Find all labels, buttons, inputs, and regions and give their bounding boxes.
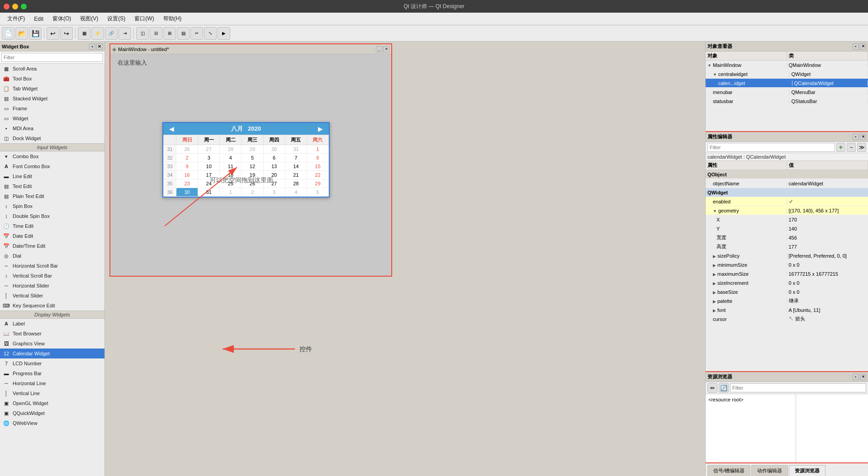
cal-day-sep2[interactable]: 2 [242, 188, 263, 197]
prop-add-btn[interactable]: + [836, 143, 845, 152]
tb-break-layout[interactable]: ✂ [190, 27, 203, 40]
widget-item-spin-box[interactable]: ↕ Spin Box [0, 201, 104, 211]
cal-day-aug23[interactable]: 23 [176, 179, 198, 188]
prop-row-minsize[interactable]: ▶minimumSize 0 x 0 [706, 260, 868, 269]
cal-day-jul31[interactable]: 31 [285, 145, 307, 154]
tb-layout-h[interactable]: ◫ [136, 27, 149, 40]
cal-day-jul26[interactable]: 26 [176, 145, 198, 154]
tb-undo[interactable]: ↩ [47, 27, 59, 40]
wb-float-btn[interactable]: ▪ [89, 43, 95, 50]
menu-form[interactable]: 窗体(O) [49, 14, 75, 24]
widget-item-opengl[interactable]: ▣ OpenGL Widget [0, 398, 104, 408]
cal-day-jul30[interactable]: 30 [263, 145, 285, 154]
cal-day-aug14[interactable]: 14 [285, 162, 307, 171]
cal-day-aug31[interactable]: 31 [198, 188, 220, 197]
prop-float-btn[interactable]: ▪ [853, 134, 859, 140]
cal-day-aug16[interactable]: 16 [176, 171, 198, 179]
prop-row-font[interactable]: ▶font A [Ubuntu, 11] [706, 306, 868, 315]
tb-layout-form[interactable]: ▤ [177, 27, 190, 40]
tb-preview[interactable]: ▶ [218, 27, 230, 40]
tab-signal-slot-editor[interactable]: 信号/槽编辑器 [707, 465, 750, 476]
obj-row-statusbar[interactable]: statusbar QStatusBar [706, 97, 868, 106]
menu-window[interactable]: 窗口(W) [131, 14, 157, 24]
cal-day-sep3[interactable]: 3 [263, 188, 285, 197]
cal-day-aug2[interactable]: 2 [176, 154, 198, 162]
tb-layout-g[interactable]: ⊞ [163, 27, 176, 40]
widget-item-scroll-area[interactable]: ▦ Scroll Area [0, 64, 104, 74]
tab-resource-browser[interactable]: 资源浏览器 [789, 465, 825, 476]
widget-item-qwebview[interactable]: 🌐 QWebView [0, 418, 104, 428]
design-canvas[interactable]: 在这里输入 ◀ 八月 2020 ▶ [110, 54, 391, 276]
wb-close-btn[interactable]: ✕ [96, 43, 103, 50]
widget-filter-input[interactable] [1, 53, 103, 62]
prop-row-enabled[interactable]: enabled ✓ [706, 197, 868, 206]
prop-remove-btn[interactable]: − [847, 143, 856, 152]
tb-tab-order[interactable]: ⇥ [119, 27, 131, 40]
cal-day-aug3[interactable]: 3 [198, 154, 220, 162]
prop-row-basesize[interactable]: ▶baseSize 0 x 0 [706, 287, 868, 297]
menu-help[interactable]: 帮助(H) [160, 14, 185, 24]
obj-row-calendar[interactable]: calen...idget QCalendarWidget [706, 79, 868, 88]
cal-day-aug28[interactable]: 28 [285, 179, 307, 188]
cal-next-btn[interactable]: ▶ [316, 125, 325, 132]
design-win-minimize[interactable]: _ [376, 46, 382, 52]
cal-day-aug7[interactable]: 7 [285, 154, 307, 162]
cal-day-aug5[interactable]: 5 [242, 154, 263, 162]
widget-item-font-combo-box[interactable]: A Font Combo Box [0, 161, 104, 171]
res-edit-btn[interactable]: ✏ [707, 383, 717, 393]
widget-item-qquick[interactable]: ▣ QQuickWidget [0, 408, 104, 418]
cal-day-aug12[interactable]: 12 [242, 162, 263, 171]
prop-filter-input[interactable] [707, 143, 835, 152]
widget-item-text-browser[interactable]: 📖 Text Browser [0, 329, 104, 339]
cal-day-jul29[interactable]: 29 [242, 145, 263, 154]
prop-more-btn[interactable]: ≫ [857, 143, 866, 152]
cal-day-aug1[interactable]: 1 [307, 145, 328, 154]
tb-buddy[interactable]: 🔗 [105, 27, 118, 40]
prop-row-palette[interactable]: ▶palette 继承 [706, 297, 868, 306]
obj-row-mainwindow[interactable]: ▼MainWindow QMainWindow [706, 61, 868, 70]
cal-day-aug10[interactable]: 10 [198, 162, 220, 171]
cal-day-aug30-selected[interactable]: 30 [176, 188, 198, 197]
widget-item-h-scroll[interactable]: ↔ Horizontal Scroll Bar [0, 261, 104, 271]
prop-row-cursor[interactable]: cursor ↖ 箭头 [706, 315, 868, 324]
widget-item-mdi-area[interactable]: ▪ MDI Area [0, 123, 104, 133]
tb-new[interactable]: 📄 [2, 27, 14, 40]
widget-item-tab-widget[interactable]: 📋 Tab Widget [0, 84, 104, 94]
res-float-btn[interactable]: ▪ [853, 374, 859, 380]
widget-item-lcd[interactable]: 7 LCD Number [0, 358, 104, 368]
widget-item-h-line[interactable]: ─ Horizontal Line [0, 378, 104, 388]
cal-day-aug4[interactable]: 4 [220, 154, 242, 162]
cal-day-aug8[interactable]: 8 [307, 154, 328, 162]
prop-row-geometry[interactable]: ▼geometry [(170, 140), 456 x 177] [706, 206, 868, 215]
widget-item-v-slider[interactable]: │ Vertical Slider [0, 291, 104, 301]
prop-row-objectname[interactable]: objectName calendarWidget [706, 179, 868, 188]
menu-edit[interactable]: Edit [30, 15, 47, 23]
obj-close-btn[interactable]: ✕ [860, 43, 866, 50]
widget-item-combo-box[interactable]: ▾ Combo Box [0, 151, 104, 161]
widget-item-v-scroll[interactable]: ↕ Vertical Scroll Bar [0, 271, 104, 281]
cal-prev-btn[interactable]: ◀ [167, 125, 176, 132]
cal-day-sep1[interactable]: 1 [220, 188, 242, 197]
obj-row-centralwidget[interactable]: ▼centralwidget QWidget [706, 70, 868, 79]
prop-row-height[interactable]: 高度 177 [706, 242, 868, 251]
minimize-button[interactable] [12, 4, 18, 9]
widget-item-tool-box[interactable]: 🧰 Tool Box [0, 74, 104, 84]
res-filter-input[interactable] [730, 383, 866, 392]
res-close-btn[interactable]: ✕ [860, 374, 866, 380]
res-refresh-btn[interactable]: 🔄 [719, 383, 729, 393]
prop-row-maxsize[interactable]: ▶maximumSize 16777215 x 16777215 [706, 269, 868, 278]
tb-widget-editor[interactable]: ▦ [78, 27, 90, 40]
prop-row-width[interactable]: 宽度 456 [706, 233, 868, 242]
widget-item-calendar[interactable]: 12 Calendar Widget [0, 349, 104, 358]
widget-item-frame[interactable]: ▭ Frame [0, 104, 104, 113]
close-button[interactable] [4, 4, 9, 9]
res-root-item[interactable]: <resource root> [707, 396, 794, 403]
tb-signal-slot[interactable]: ⚡ [91, 27, 104, 40]
prop-row-x[interactable]: X 170 [706, 215, 868, 224]
widget-item-label[interactable]: A Label [0, 319, 104, 329]
tab-action-editor[interactable]: 动作编辑器 [751, 465, 788, 476]
menu-settings[interactable]: 设置(S) [104, 14, 129, 24]
design-win-close[interactable]: ✕ [383, 46, 389, 52]
obj-float-btn[interactable]: ▪ [853, 43, 859, 50]
prop-row-sizeincrement[interactable]: ▶sizeIncrement 0 x 0 [706, 278, 868, 287]
